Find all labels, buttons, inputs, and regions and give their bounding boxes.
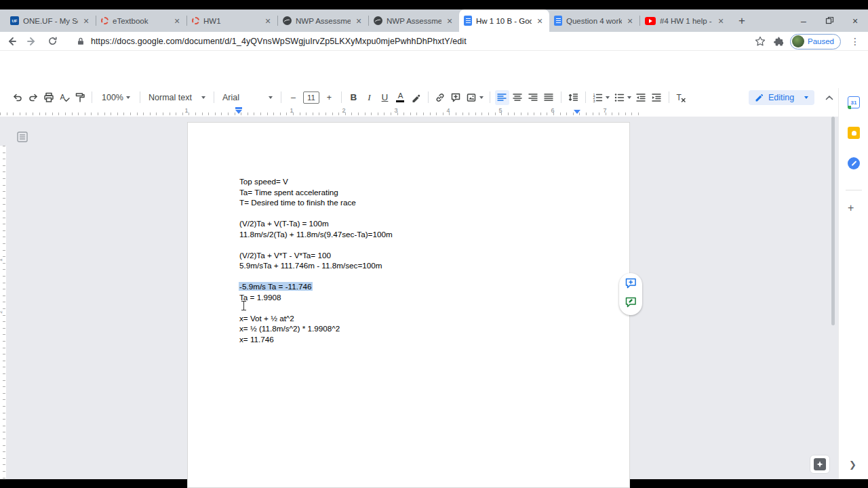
horizontal-ruler[interactable]: 11234567 <box>0 106 868 117</box>
left-indent-marker[interactable] <box>235 110 242 114</box>
paint-roller-icon <box>75 92 85 103</box>
paragraph-style-select[interactable]: Normal text <box>144 90 210 105</box>
editing-mode-select[interactable]: Editing <box>749 90 814 105</box>
highlight-color-button[interactable] <box>409 90 423 105</box>
hide-menus-button[interactable] <box>822 91 837 104</box>
decrease-font-size-button[interactable]: – <box>286 90 300 105</box>
text-color-button[interactable]: A <box>393 90 408 105</box>
browser-tab[interactable]: NWP Assessment Pl× <box>278 9 368 32</box>
doc-line[interactable] <box>239 302 393 313</box>
show-side-panel-button[interactable]: ❯ <box>849 460 856 470</box>
increase-indent-button[interactable] <box>650 90 664 105</box>
tab-close-button[interactable]: × <box>172 16 182 26</box>
line-spacing-button[interactable] <box>566 90 580 105</box>
restore-button[interactable] <box>816 11 842 31</box>
show-outline-button[interactable] <box>17 131 28 145</box>
doc-line[interactable]: Ta= Time spent accelerating <box>239 187 393 198</box>
document-page[interactable]: Top speed= VTa= Time spent acceleratingT… <box>187 122 630 488</box>
spellcheck-button[interactable]: A <box>57 90 71 105</box>
tab-close-button[interactable]: × <box>81 16 91 26</box>
browser-tab[interactable]: NWP Assessment Pl× <box>369 9 459 32</box>
clear-formatting-button[interactable]: T <box>674 90 688 105</box>
color-bar <box>396 100 404 102</box>
url-text[interactable]: https://docs.google.com/document/d/1_4yQ… <box>91 37 467 46</box>
paint-format-button[interactable] <box>73 90 87 105</box>
tab-close-button[interactable]: × <box>625 16 635 26</box>
tab-close-button[interactable]: × <box>263 16 273 26</box>
document-scrollbar[interactable] <box>831 117 835 325</box>
reload-button[interactable] <box>43 33 61 49</box>
browser-tab-active[interactable]: Hw 1 10 B - Google× <box>459 9 549 32</box>
tab-close-button[interactable]: × <box>354 16 363 26</box>
insert-image-button[interactable] <box>465 90 485 105</box>
explore-button[interactable] <box>810 455 830 474</box>
add-comment-margin-button[interactable] <box>625 278 637 291</box>
align-right-button[interactable] <box>526 90 540 105</box>
right-indent-marker[interactable] <box>574 110 580 114</box>
doc-line[interactable]: Top speed= V <box>239 176 393 187</box>
font-size-input[interactable]: 11 <box>303 92 319 104</box>
first-line-indent-marker[interactable] <box>235 107 242 109</box>
caret-down-icon <box>804 96 808 99</box>
browser-tab[interactable]: #4 HW 1 help - You× <box>640 9 730 32</box>
bold-button[interactable]: B <box>347 90 361 105</box>
bulleted-list-button[interactable] <box>612 90 633 105</box>
sync-paused-badge[interactable]: Paused <box>790 34 841 49</box>
underline-button[interactable]: U <box>378 90 392 105</box>
google-keep-icon[interactable] <box>848 127 860 139</box>
doc-line[interactable]: T= Desired time to finish the race <box>239 197 393 208</box>
vertical-ruler[interactable]: 12 <box>0 146 6 479</box>
minimize-button[interactable]: – <box>791 11 816 31</box>
align-center-button[interactable] <box>511 90 525 105</box>
font-family-select[interactable]: Arial <box>218 90 277 105</box>
doc-line[interactable]: 5.9m/sTa + 111.746m - 11.8m/sec=100m <box>239 260 393 271</box>
tab-close-button[interactable]: × <box>445 16 454 26</box>
tab-title: #4 HW 1 help - You <box>660 17 713 25</box>
forward-arrow-icon <box>26 36 37 47</box>
doc-line[interactable]: x= Vot + ½ at^2 <box>239 313 393 324</box>
increase-font-size-button[interactable]: + <box>322 90 336 105</box>
back-button[interactable] <box>3 33 20 49</box>
browser-menu-icon[interactable]: ⋮ <box>848 36 863 47</box>
align-left-button[interactable] <box>495 90 509 105</box>
doc-line[interactable]: x= 11.746 <box>239 334 393 345</box>
get-addons-button[interactable]: + <box>848 202 854 214</box>
browser-tab[interactable]: HW1× <box>187 9 277 32</box>
suggest-edits-margin-button[interactable] <box>625 297 637 310</box>
doc-line[interactable]: (V/2)Ta + V(T-Ta) = 100m <box>239 218 393 229</box>
google-calendar-icon[interactable]: 31 <box>848 96 860 108</box>
tab-close-button[interactable]: × <box>535 16 545 26</box>
doc-line[interactable] <box>239 239 393 250</box>
browser-tab[interactable]: eTextbook× <box>96 9 186 32</box>
close-window-button[interactable]: × <box>842 11 868 31</box>
doc-line[interactable]: -5.9m/s Ta = -11.746 <box>239 281 393 292</box>
zoom-select[interactable]: 100% <box>98 90 134 105</box>
doc-line[interactable]: (V/2)Ta + V*T - V*Ta= 100 <box>239 250 393 261</box>
browser-tab[interactable]: Question 4 work - G× <box>549 9 639 32</box>
doc-line[interactable] <box>239 208 393 219</box>
browser-tab[interactable]: UFONE.UF - My Sched× <box>5 9 96 32</box>
extensions-puzzle-icon[interactable] <box>772 36 783 47</box>
tab-close-button[interactable]: × <box>716 16 726 26</box>
tab-title: Question 4 work - G <box>566 17 622 25</box>
doc-line[interactable]: x= ½ (11.8m/s^2) * 1.9908^2 <box>239 323 393 334</box>
undo-button[interactable] <box>10 90 24 105</box>
doc-line[interactable]: Ta = 1.9908 <box>239 292 393 303</box>
forward-button[interactable] <box>23 33 41 49</box>
numbered-list-button[interactable]: 123 <box>591 90 611 105</box>
google-tasks-icon[interactable] <box>848 157 860 169</box>
ruler-number: 1 <box>184 107 188 114</box>
bookmark-star-icon[interactable] <box>755 36 766 47</box>
redo-button[interactable] <box>26 90 40 105</box>
insert-link-button[interactable] <box>433 90 448 105</box>
italic-button[interactable]: I <box>362 90 376 105</box>
doc-line[interactable] <box>239 271 393 282</box>
new-tab-button[interactable]: + <box>733 12 751 30</box>
doc-line[interactable]: 11.8m/s/2(Ta) + 11.8m/s(9.47sec-Ta)=100m <box>239 229 393 240</box>
add-comment-button[interactable] <box>449 90 463 105</box>
justify-button[interactable] <box>542 90 556 105</box>
document-text[interactable]: Top speed= VTa= Time spent acceleratingT… <box>239 176 393 344</box>
decrease-indent-button[interactable] <box>634 90 648 105</box>
https-lock-icon[interactable] <box>76 37 85 46</box>
print-button[interactable] <box>41 90 56 105</box>
